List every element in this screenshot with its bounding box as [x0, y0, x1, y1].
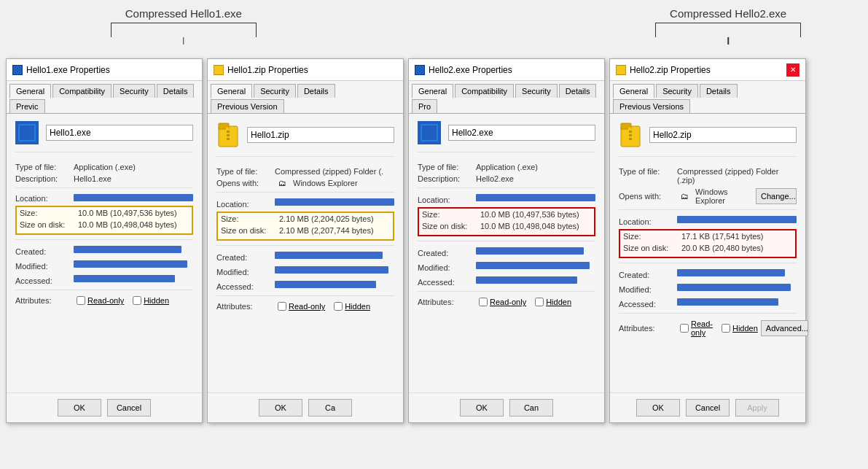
size-disk-label-zip2: Size on disk: — [623, 244, 681, 252]
created-label-exe2: Created: — [418, 249, 476, 257]
filename-exe1[interactable] — [46, 125, 193, 141]
footer-exe1: OK Cancel — [7, 392, 202, 422]
readonly-checkbox-exe1[interactable] — [77, 296, 85, 305]
apply-btn-zip2[interactable]: Apply — [735, 399, 779, 416]
readonly-checkbox-exe2[interactable] — [479, 298, 488, 306]
hidden-checkbox-zip2[interactable] — [722, 324, 730, 333]
created-label-exe1: Created: — [15, 247, 74, 256]
tab-general-exe2[interactable]: General — [412, 84, 453, 98]
tabs-hello2-exe: General Compatibility Security Details P… — [409, 81, 604, 114]
cancel-btn-exe1[interactable]: Cancel — [107, 399, 151, 416]
titlebar-hello1-exe: Hello1.exe Properties — [7, 59, 202, 81]
titlebar-title-hello1-exe: Hello1.exe Properties — [26, 65, 110, 75]
tab-prevver-zip2[interactable]: Previous Versions — [613, 99, 690, 113]
readonly-checkbox-zip2[interactable] — [680, 324, 689, 333]
accessed-row-zip1: Accessed: — [216, 279, 394, 291]
tab-general-exe1[interactable]: General — [9, 84, 51, 98]
titlebar-hello2-zip: Hello2.zip Properties ✕ — [610, 59, 805, 81]
tab-details-exe2[interactable]: Details — [559, 84, 597, 98]
modified-label-exe1: Modified: — [15, 262, 74, 271]
attributes-row-exe1: Attributes: Read-only Hidden — [15, 296, 193, 305]
titlebar-icon-exe1 — [12, 65, 23, 75]
file-header-exe2 — [418, 121, 595, 152]
desc-value-exe1: Hello1.exe — [74, 174, 112, 183]
hidden-checkbox-exe1[interactable] — [133, 296, 141, 305]
hidden-checkbox-zip1[interactable] — [334, 302, 343, 311]
size-row-zip2: Size: 17.1 KB (17,541 bytes) — [623, 232, 792, 241]
type-label-zip2: Type of file: — [619, 167, 677, 176]
tab-general-zip1[interactable]: General — [211, 84, 252, 98]
location-label-exe2: Location: — [418, 195, 476, 204]
location-label-zip2: Location: — [619, 217, 677, 226]
ok-btn-exe2[interactable]: OK — [460, 399, 504, 416]
readonly-label-exe2: Read-only — [490, 298, 526, 306]
tab-compatibility-exe2[interactable]: Compatibility — [455, 84, 514, 98]
hidden-checkbox-exe2[interactable] — [535, 298, 544, 306]
titlebar-title-hello2-zip: Hello2.zip Properties — [630, 65, 711, 75]
opens-with-value-zip2: Windows Explorer — [695, 187, 752, 205]
cancel-btn-zip1[interactable]: Ca — [308, 399, 352, 416]
size-disk-value-zip2: 20.0 KB (20,480 bytes) — [681, 244, 764, 252]
tab-details-exe1[interactable]: Details — [157, 84, 195, 98]
attributes-row-zip1: Attributes: Read-only Hidden — [216, 302, 394, 311]
tab-prevver-zip1[interactable]: Previous Version — [211, 99, 284, 113]
size-value-zip2: 17.1 KB (17,541 bytes) — [681, 232, 764, 241]
annotation-label-2: Compressed Hello2.exe — [670, 7, 786, 20]
tabs-hello2-zip: General Security Details Previous Versio… — [610, 81, 805, 114]
tab-compatibility-exe1[interactable]: Compatibility — [52, 84, 112, 98]
accessed-label-exe1: Accessed: — [15, 276, 74, 285]
tab-security-zip1[interactable]: Security — [254, 84, 296, 98]
readonly-label-zip1: Read-only — [289, 302, 325, 311]
svg-rect-11 — [422, 125, 437, 140]
size-value-exe1: 10.0 MB (10,497,536 bytes) — [78, 209, 177, 217]
advanced-button-zip2[interactable]: Advanced... — [761, 320, 808, 336]
tab-details-zip1[interactable]: Details — [297, 84, 335, 98]
filename-exe2[interactable] — [448, 125, 595, 141]
dialog-hello2-zip: Hello2.zip Properties ✕ General Security… — [609, 58, 806, 423]
opens-with-row-zip2: Opens with: 🗂 Windows Explorer Change... — [619, 187, 797, 205]
size-disk-row-zip2: Size on disk: 20.0 KB (20,480 bytes) — [623, 244, 792, 252]
size-disk-row-exe1: Size on disk: 10.0 MB (10,498,048 bytes) — [20, 220, 189, 229]
cancel-btn-zip2[interactable]: Cancel — [686, 399, 730, 416]
filename-zip1[interactable] — [247, 127, 394, 143]
tab-security-zip2[interactable]: Security — [656, 84, 698, 98]
tab-security-exe2[interactable]: Security — [515, 84, 558, 98]
tab-pro-exe2[interactable]: Pro — [412, 99, 437, 113]
close-button-zip2[interactable]: ✕ — [786, 63, 799, 77]
hidden-label-exe1: Hidden — [144, 296, 169, 305]
size-disk-value-exe1: 10.0 MB (10,498,048 bytes) — [78, 220, 177, 229]
dialog-hello1-zip: Hello1.zip Properties General Security D… — [207, 58, 404, 423]
ok-btn-exe1[interactable]: OK — [58, 399, 101, 416]
size-disk-value-exe2: 10.0 MB (10,498,048 bytes) — [480, 222, 579, 230]
dialog-hello2-exe: Hello2.exe Properties General Compatibil… — [408, 58, 605, 423]
location-row-exe1: Location: — [15, 193, 193, 203]
type-row-zip1: Type of file: Compressed (zipped) Folder… — [216, 167, 394, 176]
tab-previc-exe1[interactable]: Previc — [9, 99, 45, 113]
ok-btn-zip2[interactable]: OK — [636, 399, 680, 416]
accessed-row-exe1: Accessed: — [15, 274, 193, 285]
size-disk-label-zip1: Size on disk: — [221, 226, 279, 235]
filename-zip2[interactable] — [649, 127, 797, 143]
created-row-zip1: Created: — [216, 250, 394, 262]
cancel-btn-exe2[interactable]: Can — [509, 399, 553, 416]
file-header-zip1 — [216, 121, 394, 157]
size-disk-value-zip1: 2.10 MB (2,207,744 bytes) — [279, 226, 374, 235]
readonly-checkbox-zip1[interactable] — [278, 302, 286, 311]
file-icon-exe1 — [15, 121, 39, 144]
modified-row-exe2: Modified: — [418, 260, 595, 272]
type-label-exe1: Type of file: — [15, 163, 74, 171]
type-label-zip1: Type of file: — [216, 167, 275, 176]
tab-details-zip2[interactable]: Details — [700, 84, 738, 98]
created-row-exe2: Created: — [418, 246, 595, 257]
svg-rect-2 — [20, 125, 34, 140]
tab-security-exe1[interactable]: Security — [113, 84, 155, 98]
modified-label-zip1: Modified: — [216, 268, 275, 276]
size-row-exe2: Size: 10.0 MB (10,497,536 bytes) — [422, 210, 591, 219]
ok-btn-zip1[interactable]: OK — [259, 399, 302, 416]
svg-rect-6 — [227, 131, 230, 133]
opens-with-label-zip1: Opens with: — [216, 179, 275, 187]
change-button-zip2[interactable]: Change... — [756, 188, 797, 204]
size-row-zip1: Size: 2.10 MB (2,204,025 bytes) — [221, 214, 390, 223]
tab-general-zip2[interactable]: General — [613, 84, 654, 98]
location-label-zip1: Location: — [216, 200, 275, 209]
